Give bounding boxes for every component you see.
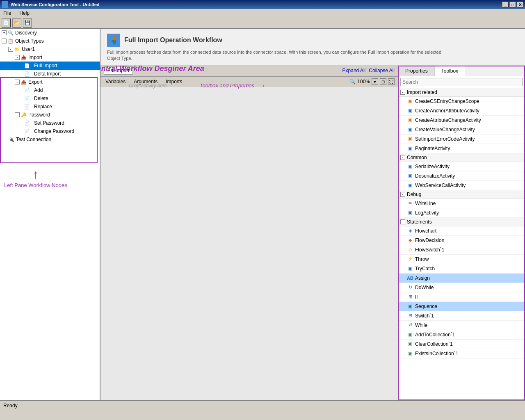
if-icon: ⊞ bbox=[407, 294, 413, 300]
expander-password[interactable]: - bbox=[15, 112, 20, 117]
right-content: Full Import Operation Workflow Full Impo… bbox=[100, 29, 525, 400]
deserialize-icon: ▣ bbox=[407, 173, 413, 179]
item-flowswitch[interactable]: ◇ FlowSwitch`1 bbox=[399, 245, 524, 255]
fullscreen-button[interactable]: ⛶ bbox=[388, 78, 395, 85]
item-flowdecision[interactable]: ◆ FlowDecision bbox=[399, 236, 524, 245]
expander-object-types[interactable]: - bbox=[2, 39, 7, 43]
while-label: While bbox=[415, 322, 427, 328]
category-common[interactable]: - Common bbox=[399, 153, 524, 162]
logactivity-label: LogActivity bbox=[415, 210, 439, 216]
item-sequence[interactable]: ▣ Sequence bbox=[399, 302, 524, 311]
full-import-tab[interactable]: FullImport bbox=[104, 66, 133, 75]
tree-item-import[interactable]: - 📥 Import bbox=[0, 53, 100, 62]
item-assign[interactable]: AB Assign bbox=[399, 274, 524, 283]
expander-import[interactable]: - bbox=[15, 55, 20, 60]
item-paginate[interactable]: ▣ PaginateActivity bbox=[399, 144, 524, 153]
open-button[interactable]: 📂 bbox=[12, 18, 21, 27]
item-create-anchor[interactable]: ▣ CreateAnchorAttributeActivity bbox=[399, 106, 524, 116]
search-input[interactable] bbox=[400, 78, 523, 86]
tree-item-discovery[interactable]: + 🔍 Discovery bbox=[0, 29, 100, 37]
tree-item-replace[interactable]: 📄 Replace bbox=[0, 103, 100, 111]
tree-item-delete[interactable]: 📄 Delete bbox=[0, 94, 100, 103]
minimize-button[interactable]: _ bbox=[502, 2, 509, 7]
item-serialize[interactable]: ▣ SerializeActivity bbox=[399, 162, 524, 171]
item-dowhile[interactable]: ↻ DoWhile bbox=[399, 283, 524, 292]
item-set-import-error[interactable]: ▣ SetImportErrorCodeActivity bbox=[399, 135, 524, 144]
tree-item-add[interactable]: 📄 Add bbox=[0, 86, 100, 94]
item-switch[interactable]: ⊟ Switch`1 bbox=[399, 311, 524, 321]
item-trycatch[interactable]: ▣ TryCatch bbox=[399, 264, 524, 274]
item-deserialize[interactable]: ▣ DeserializeActivity bbox=[399, 171, 524, 181]
webservice-call-icon: ▣ bbox=[407, 182, 413, 189]
content-area: + 🔍 Discovery - 📋 Object Types - 📁 User1… bbox=[0, 29, 525, 400]
category-expander-import: - bbox=[400, 90, 405, 95]
collapse-all-link[interactable]: Collapse All bbox=[369, 68, 395, 73]
item-addtocollection[interactable]: ▣ AddToCollection`1 bbox=[399, 330, 524, 340]
paginate-label: PaginateActivity bbox=[415, 146, 450, 151]
category-expander-debug: - bbox=[400, 192, 405, 197]
item-if[interactable]: ⊞ If bbox=[399, 292, 524, 302]
create-cs-label: CreateCSEntryChangeScope bbox=[415, 98, 479, 104]
tree-item-delta-import[interactable]: 📄 Delta Import bbox=[0, 70, 100, 78]
category-statements[interactable]: - Statements bbox=[399, 218, 524, 226]
expander-export[interactable]: - bbox=[15, 80, 20, 84]
toolbox-tab[interactable]: Toolbox bbox=[435, 66, 465, 76]
full-import-icon: 📄 bbox=[21, 62, 33, 69]
tree-item-user1[interactable]: - 📁 User1 bbox=[0, 45, 100, 53]
test-connection-label: Test Connection bbox=[16, 137, 51, 142]
tree-item-object-types[interactable]: - 📋 Object Types bbox=[0, 37, 100, 45]
while-icon: ↺ bbox=[407, 322, 413, 329]
category-debug[interactable]: - Debug bbox=[399, 190, 524, 199]
designer-area: FullImport Expand All Collapse All Centr… bbox=[100, 66, 525, 400]
tree-item-set-password[interactable]: 📄 Set Password bbox=[0, 119, 100, 127]
add-icon: 📄 bbox=[21, 87, 33, 94]
serialize-icon: ▣ bbox=[407, 163, 413, 170]
toolbox-list: - Import related ▣ CreateCSEntryChangeSc… bbox=[399, 88, 524, 399]
expand-all-link[interactable]: Expand All bbox=[342, 68, 366, 73]
password-label: Password bbox=[28, 112, 50, 118]
title-bar-controls[interactable]: _ □ ✕ bbox=[502, 2, 523, 7]
arguments-tab[interactable]: Arguments bbox=[132, 78, 159, 85]
zoom-dropdown-button[interactable]: ▼ bbox=[372, 78, 378, 85]
item-create-cs-entry[interactable]: ▣ CreateCSEntryChangeScope bbox=[399, 97, 524, 106]
title-bar: Web Service Configuration Tool - Untitle… bbox=[0, 0, 525, 9]
save-button[interactable]: 💾 bbox=[23, 18, 32, 27]
category-import-related[interactable]: - Import related bbox=[399, 88, 524, 97]
menu-help[interactable]: Help bbox=[18, 9, 31, 17]
item-logactivity[interactable]: ▣ LogActivity bbox=[399, 208, 524, 218]
status-text: Ready bbox=[3, 403, 18, 409]
tree-item-password[interactable]: - 🔑 Password bbox=[0, 111, 100, 119]
item-clearcollection[interactable]: ▣ ClearCollection`1 bbox=[399, 340, 524, 349]
tree-item-full-import[interactable]: 📄 Full Import bbox=[0, 62, 100, 70]
item-webservice-call[interactable]: ▣ WebServiceCallActivity bbox=[399, 181, 524, 190]
item-flowchart[interactable]: ◈ Flowchart bbox=[399, 226, 524, 236]
delta-import-icon: 📄 bbox=[21, 71, 33, 77]
item-writeline[interactable]: ✏ WriteLine bbox=[399, 199, 524, 208]
properties-tab[interactable]: Properties bbox=[399, 66, 435, 76]
canvas-toolbar: FullImport Expand All Collapse All bbox=[100, 66, 398, 76]
variables-tab[interactable]: Variables bbox=[104, 78, 127, 85]
expander-discovery[interactable]: + bbox=[2, 30, 7, 35]
tree-item-change-password[interactable]: 📄 Change Password bbox=[0, 127, 100, 135]
new-button[interactable]: 📄 bbox=[2, 18, 11, 27]
expander-user1[interactable]: - bbox=[8, 47, 13, 52]
maximize-button[interactable]: □ bbox=[509, 2, 516, 7]
item-create-attribute[interactable]: ▣ CreateAttributeChangeActivity bbox=[399, 116, 524, 125]
item-throw[interactable]: ⚡ Throw bbox=[399, 255, 524, 264]
left-pane: + 🔍 Discovery - 📋 Object Types - 📁 User1… bbox=[0, 29, 100, 400]
item-create-value[interactable]: ▣ CreateValueChangeActivity bbox=[399, 125, 524, 135]
tree-item-export[interactable]: - 📤 Export bbox=[0, 78, 100, 86]
logactivity-icon: ▣ bbox=[407, 210, 413, 216]
svg-rect-0 bbox=[109, 38, 112, 43]
flowchart-icon: ◈ bbox=[407, 228, 413, 234]
close-button[interactable]: ✕ bbox=[517, 2, 523, 7]
menu-file[interactable]: File bbox=[2, 9, 13, 17]
replace-icon: 📄 bbox=[21, 103, 33, 110]
item-existsincollection[interactable]: ▣ ExistsInCollection`1 bbox=[399, 349, 524, 358]
fit-to-screen-button[interactable]: ⊡ bbox=[380, 78, 386, 85]
item-while[interactable]: ↺ While bbox=[399, 321, 524, 330]
create-anchor-label: CreateAnchorAttributeActivity bbox=[415, 108, 479, 114]
tree-item-test-connection[interactable]: 🔌 Test Connection bbox=[0, 135, 100, 144]
imports-tab[interactable]: Imports bbox=[164, 78, 184, 85]
flowswitch-label: FlowSwitch`1 bbox=[415, 247, 444, 253]
